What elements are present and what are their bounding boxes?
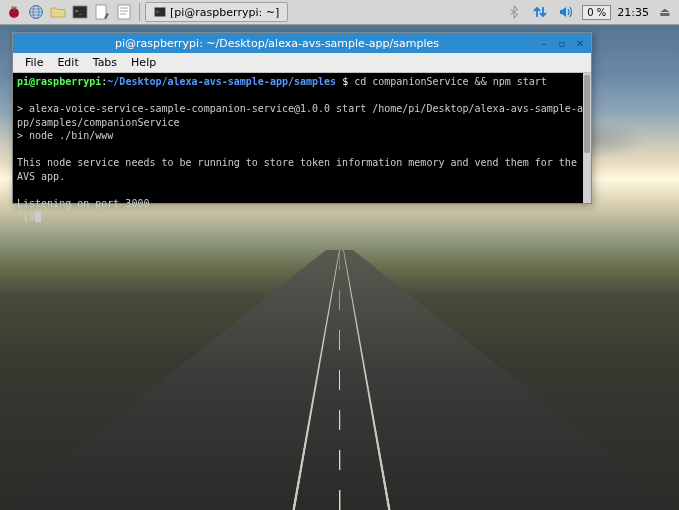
terminal-output-line: Listening on port 3000 — [17, 198, 149, 209]
eject-tray[interactable]: ⏏ — [655, 2, 675, 22]
taskbar-window-label: [pi@raspberrypi: ~] — [170, 6, 279, 19]
terminal-content[interactable]: pi@raspberrypi:~/Desktop/alexa-avs-sampl… — [13, 73, 591, 203]
taskbar-separator — [139, 3, 140, 21]
folder-icon — [50, 4, 66, 20]
bluetooth-tray[interactable] — [504, 2, 524, 22]
window-title: pi@raspberrypi: ~/Desktop/alexa-avs-samp… — [17, 37, 537, 50]
prompt-symbol: $ — [342, 76, 348, 87]
terminal-output-line: This node service needs to be running to… — [17, 157, 583, 182]
svg-rect-13 — [96, 5, 106, 19]
raspberry-icon — [6, 4, 22, 20]
svg-point-3 — [13, 13, 16, 16]
system-tray: 0 % 21:35 ⏏ — [504, 2, 675, 22]
editor-launcher-1[interactable] — [92, 2, 112, 22]
volume-icon — [558, 5, 574, 19]
taskbar: >_ >_ [pi@raspberrypi: ~] — [0, 0, 679, 25]
taskbar-window-button[interactable]: >_ [pi@raspberrypi: ~] — [145, 2, 288, 22]
menubar: File Edit Tabs Help — [13, 53, 591, 73]
editor-icon — [94, 4, 110, 20]
terminal-output-line: > node ./bin/www — [17, 130, 113, 141]
menu-file[interactable]: File — [19, 54, 49, 71]
web-browser-launcher[interactable] — [26, 2, 46, 22]
svg-point-2 — [15, 10, 18, 13]
window-titlebar[interactable]: pi@raspberrypi: ~/Desktop/alexa-avs-samp… — [13, 33, 591, 53]
prompt-path: ~/Desktop/alexa-avs-sample-app/samples — [107, 76, 336, 87]
minimize-button[interactable]: – — [537, 36, 551, 50]
clock[interactable]: 21:35 — [617, 6, 649, 19]
menu-edit[interactable]: Edit — [51, 54, 84, 71]
editor-launcher-2[interactable] — [114, 2, 134, 22]
prompt-user-host: pi@raspberrypi — [17, 76, 101, 87]
terminal-window: pi@raspberrypi: ~/Desktop/alexa-avs-samp… — [12, 32, 592, 204]
bluetooth-icon — [507, 5, 521, 19]
terminal-icon: >_ — [154, 6, 166, 18]
eject-icon: ⏏ — [659, 5, 670, 19]
terminal-scrollbar[interactable] — [583, 73, 591, 203]
terminal-cursor — [35, 211, 41, 222]
menu-help[interactable]: Help — [125, 54, 162, 71]
network-tray[interactable] — [530, 2, 550, 22]
volume-tray[interactable] — [556, 2, 576, 22]
svg-point-5 — [15, 13, 18, 16]
terminal-output-line: ^[$ — [17, 211, 35, 222]
cpu-usage-badge[interactable]: 0 % — [582, 5, 611, 20]
terminal-output-line: > alexa-voice-service-sample-companion-s… — [17, 103, 583, 128]
menu-button[interactable] — [4, 2, 24, 22]
network-updown-icon — [532, 5, 548, 19]
file-manager-launcher[interactable] — [48, 2, 68, 22]
svg-text:>_: >_ — [75, 7, 83, 15]
close-button[interactable]: ✕ — [573, 36, 587, 50]
globe-icon — [28, 4, 44, 20]
svg-rect-14 — [118, 5, 130, 19]
window-controls: – ▫ ✕ — [537, 36, 587, 50]
svg-point-4 — [10, 13, 13, 16]
menu-tabs[interactable]: Tabs — [87, 54, 123, 71]
note-icon — [116, 4, 132, 20]
taskbar-launchers: >_ >_ [pi@raspberrypi: ~] — [4, 2, 288, 22]
terminal-command: cd companionService && npm start — [354, 76, 547, 87]
terminal-icon: >_ — [72, 4, 88, 20]
scrollbar-thumb[interactable] — [584, 75, 590, 153]
terminal-launcher[interactable]: >_ — [70, 2, 90, 22]
maximize-button[interactable]: ▫ — [555, 36, 569, 50]
svg-point-1 — [11, 10, 14, 13]
